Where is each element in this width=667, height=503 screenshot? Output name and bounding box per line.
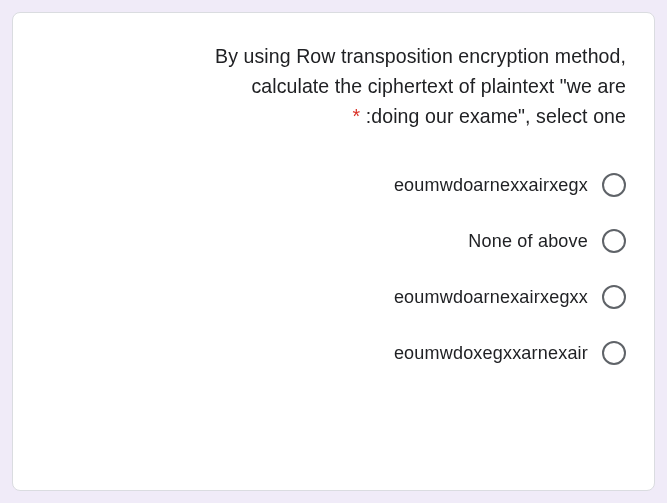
option-label: eoumwdoarnexxairxegx: [394, 175, 588, 196]
option-2[interactable]: None of above: [41, 229, 626, 253]
option-3[interactable]: eoumwdoarnexairxegxx: [41, 285, 626, 309]
question-line-3: :doing our exame", select one: [366, 105, 626, 127]
required-asterisk: *: [353, 105, 361, 127]
option-4[interactable]: eoumwdoxegxxarnexair: [41, 341, 626, 365]
option-label: eoumwdoxegxxarnexair: [394, 343, 588, 364]
question-line-2: calculate the ciphertext of plaintext "w…: [251, 75, 626, 97]
option-label: None of above: [468, 231, 588, 252]
radio-icon: [602, 285, 626, 309]
options-group: eoumwdoarnexxairxegx None of above eoumw…: [41, 173, 626, 365]
radio-icon: [602, 341, 626, 365]
option-1[interactable]: eoumwdoarnexxairxegx: [41, 173, 626, 197]
radio-icon: [602, 173, 626, 197]
radio-icon: [602, 229, 626, 253]
question-line-1: By using Row transposition encryption me…: [215, 45, 626, 67]
option-label: eoumwdoarnexairxegxx: [394, 287, 588, 308]
question-text: By using Row transposition encryption me…: [41, 41, 626, 131]
question-card: By using Row transposition encryption me…: [12, 12, 655, 491]
